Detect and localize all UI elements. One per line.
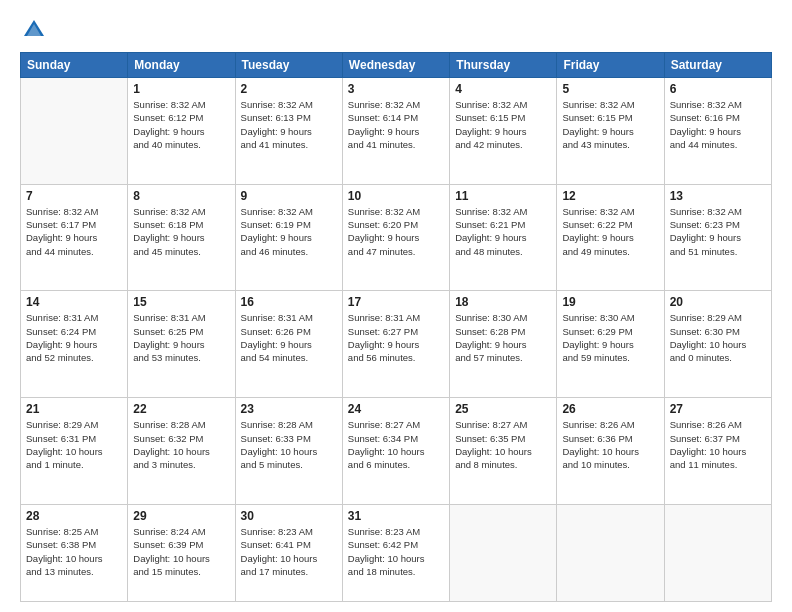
day-cell: 1Sunrise: 8:32 AMSunset: 6:12 PMDaylight… [128, 78, 235, 185]
day-info: Sunrise: 8:30 AMSunset: 6:28 PMDaylight:… [455, 311, 551, 364]
week-row-3: 14Sunrise: 8:31 AMSunset: 6:24 PMDayligh… [21, 291, 772, 398]
day-number: 3 [348, 82, 444, 96]
day-number: 14 [26, 295, 122, 309]
day-info: Sunrise: 8:23 AMSunset: 6:41 PMDaylight:… [241, 525, 337, 578]
day-info: Sunrise: 8:24 AMSunset: 6:39 PMDaylight:… [133, 525, 229, 578]
day-cell: 19Sunrise: 8:30 AMSunset: 6:29 PMDayligh… [557, 291, 664, 398]
day-info: Sunrise: 8:32 AMSunset: 6:14 PMDaylight:… [348, 98, 444, 151]
col-header-wednesday: Wednesday [342, 53, 449, 78]
day-cell: 20Sunrise: 8:29 AMSunset: 6:30 PMDayligh… [664, 291, 771, 398]
day-info: Sunrise: 8:28 AMSunset: 6:33 PMDaylight:… [241, 418, 337, 471]
day-number: 27 [670, 402, 766, 416]
day-cell: 8Sunrise: 8:32 AMSunset: 6:18 PMDaylight… [128, 184, 235, 291]
day-cell: 3Sunrise: 8:32 AMSunset: 6:14 PMDaylight… [342, 78, 449, 185]
week-row-1: 1Sunrise: 8:32 AMSunset: 6:12 PMDaylight… [21, 78, 772, 185]
day-number: 22 [133, 402, 229, 416]
col-header-sunday: Sunday [21, 53, 128, 78]
day-cell: 17Sunrise: 8:31 AMSunset: 6:27 PMDayligh… [342, 291, 449, 398]
day-cell [557, 504, 664, 601]
day-number: 31 [348, 509, 444, 523]
day-number: 11 [455, 189, 551, 203]
day-info: Sunrise: 8:32 AMSunset: 6:17 PMDaylight:… [26, 205, 122, 258]
day-cell: 14Sunrise: 8:31 AMSunset: 6:24 PMDayligh… [21, 291, 128, 398]
day-cell: 13Sunrise: 8:32 AMSunset: 6:23 PMDayligh… [664, 184, 771, 291]
day-cell: 18Sunrise: 8:30 AMSunset: 6:28 PMDayligh… [450, 291, 557, 398]
day-info: Sunrise: 8:25 AMSunset: 6:38 PMDaylight:… [26, 525, 122, 578]
day-info: Sunrise: 8:32 AMSunset: 6:13 PMDaylight:… [241, 98, 337, 151]
day-cell: 26Sunrise: 8:26 AMSunset: 6:36 PMDayligh… [557, 398, 664, 505]
day-info: Sunrise: 8:31 AMSunset: 6:24 PMDaylight:… [26, 311, 122, 364]
day-cell: 22Sunrise: 8:28 AMSunset: 6:32 PMDayligh… [128, 398, 235, 505]
calendar: SundayMondayTuesdayWednesdayThursdayFrid… [20, 52, 772, 602]
day-number: 16 [241, 295, 337, 309]
day-number: 24 [348, 402, 444, 416]
day-cell: 30Sunrise: 8:23 AMSunset: 6:41 PMDayligh… [235, 504, 342, 601]
day-info: Sunrise: 8:32 AMSunset: 6:18 PMDaylight:… [133, 205, 229, 258]
day-number: 13 [670, 189, 766, 203]
day-number: 17 [348, 295, 444, 309]
day-cell [450, 504, 557, 601]
day-number: 21 [26, 402, 122, 416]
day-cell: 31Sunrise: 8:23 AMSunset: 6:42 PMDayligh… [342, 504, 449, 601]
day-number: 9 [241, 189, 337, 203]
col-header-saturday: Saturday [664, 53, 771, 78]
day-info: Sunrise: 8:32 AMSunset: 6:16 PMDaylight:… [670, 98, 766, 151]
page: SundayMondayTuesdayWednesdayThursdayFrid… [0, 0, 792, 612]
day-cell: 5Sunrise: 8:32 AMSunset: 6:15 PMDaylight… [557, 78, 664, 185]
day-number: 10 [348, 189, 444, 203]
day-cell: 16Sunrise: 8:31 AMSunset: 6:26 PMDayligh… [235, 291, 342, 398]
col-header-monday: Monday [128, 53, 235, 78]
day-cell: 21Sunrise: 8:29 AMSunset: 6:31 PMDayligh… [21, 398, 128, 505]
day-info: Sunrise: 8:31 AMSunset: 6:25 PMDaylight:… [133, 311, 229, 364]
day-info: Sunrise: 8:31 AMSunset: 6:26 PMDaylight:… [241, 311, 337, 364]
day-info: Sunrise: 8:32 AMSunset: 6:15 PMDaylight:… [455, 98, 551, 151]
day-info: Sunrise: 8:32 AMSunset: 6:23 PMDaylight:… [670, 205, 766, 258]
logo-icon [20, 16, 48, 44]
day-number: 2 [241, 82, 337, 96]
day-number: 26 [562, 402, 658, 416]
day-number: 20 [670, 295, 766, 309]
day-cell: 7Sunrise: 8:32 AMSunset: 6:17 PMDaylight… [21, 184, 128, 291]
col-header-tuesday: Tuesday [235, 53, 342, 78]
day-cell: 27Sunrise: 8:26 AMSunset: 6:37 PMDayligh… [664, 398, 771, 505]
day-cell: 25Sunrise: 8:27 AMSunset: 6:35 PMDayligh… [450, 398, 557, 505]
day-cell [664, 504, 771, 601]
day-number: 4 [455, 82, 551, 96]
day-info: Sunrise: 8:26 AMSunset: 6:36 PMDaylight:… [562, 418, 658, 471]
day-number: 25 [455, 402, 551, 416]
day-cell [21, 78, 128, 185]
day-info: Sunrise: 8:32 AMSunset: 6:22 PMDaylight:… [562, 205, 658, 258]
day-number: 8 [133, 189, 229, 203]
day-info: Sunrise: 8:30 AMSunset: 6:29 PMDaylight:… [562, 311, 658, 364]
col-header-friday: Friday [557, 53, 664, 78]
day-number: 19 [562, 295, 658, 309]
day-info: Sunrise: 8:31 AMSunset: 6:27 PMDaylight:… [348, 311, 444, 364]
week-row-4: 21Sunrise: 8:29 AMSunset: 6:31 PMDayligh… [21, 398, 772, 505]
day-info: Sunrise: 8:29 AMSunset: 6:30 PMDaylight:… [670, 311, 766, 364]
day-info: Sunrise: 8:28 AMSunset: 6:32 PMDaylight:… [133, 418, 229, 471]
day-number: 1 [133, 82, 229, 96]
day-number: 28 [26, 509, 122, 523]
week-row-2: 7Sunrise: 8:32 AMSunset: 6:17 PMDaylight… [21, 184, 772, 291]
day-cell: 24Sunrise: 8:27 AMSunset: 6:34 PMDayligh… [342, 398, 449, 505]
logo [20, 16, 52, 44]
day-info: Sunrise: 8:32 AMSunset: 6:21 PMDaylight:… [455, 205, 551, 258]
day-info: Sunrise: 8:27 AMSunset: 6:35 PMDaylight:… [455, 418, 551, 471]
day-info: Sunrise: 8:26 AMSunset: 6:37 PMDaylight:… [670, 418, 766, 471]
day-info: Sunrise: 8:32 AMSunset: 6:15 PMDaylight:… [562, 98, 658, 151]
day-number: 7 [26, 189, 122, 203]
day-cell: 12Sunrise: 8:32 AMSunset: 6:22 PMDayligh… [557, 184, 664, 291]
day-number: 18 [455, 295, 551, 309]
day-info: Sunrise: 8:27 AMSunset: 6:34 PMDaylight:… [348, 418, 444, 471]
day-cell: 4Sunrise: 8:32 AMSunset: 6:15 PMDaylight… [450, 78, 557, 185]
day-info: Sunrise: 8:32 AMSunset: 6:19 PMDaylight:… [241, 205, 337, 258]
day-cell: 28Sunrise: 8:25 AMSunset: 6:38 PMDayligh… [21, 504, 128, 601]
col-header-thursday: Thursday [450, 53, 557, 78]
day-info: Sunrise: 8:32 AMSunset: 6:12 PMDaylight:… [133, 98, 229, 151]
day-cell: 15Sunrise: 8:31 AMSunset: 6:25 PMDayligh… [128, 291, 235, 398]
day-number: 30 [241, 509, 337, 523]
day-cell: 2Sunrise: 8:32 AMSunset: 6:13 PMDaylight… [235, 78, 342, 185]
day-number: 12 [562, 189, 658, 203]
day-number: 29 [133, 509, 229, 523]
header [20, 16, 772, 44]
